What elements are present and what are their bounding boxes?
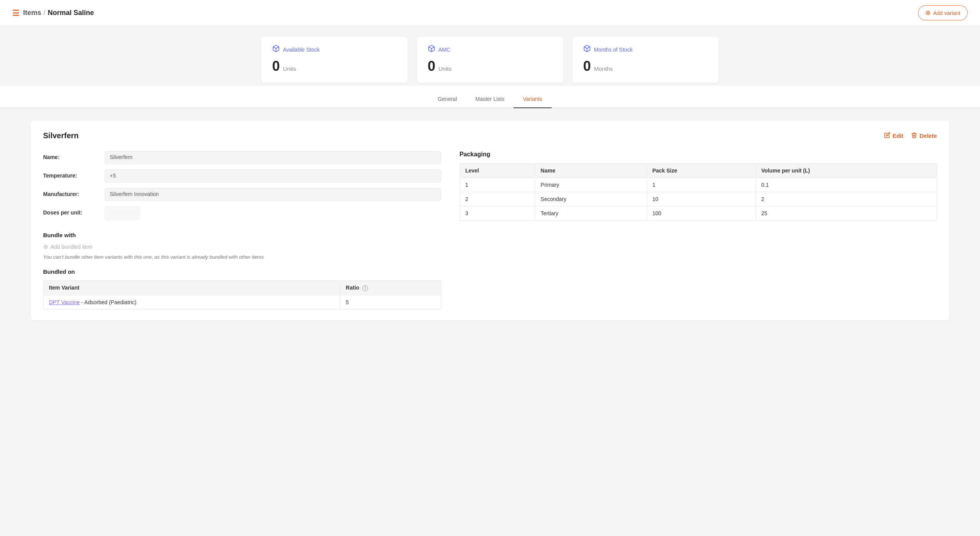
bundled-on-table: Item Variant Ratio i DPT Vaccine — [43, 280, 441, 310]
breadcrumb-items-link[interactable]: Items — [23, 9, 41, 17]
variant-actions: Edit Delete — [884, 132, 937, 139]
field-temperature-row: Temperature: +5 — [43, 169, 441, 183]
months-of-stock-unit: Months — [594, 65, 613, 72]
add-bundled-label: Add bundled item — [50, 244, 92, 250]
tab-variants[interactable]: Variants — [513, 92, 551, 108]
bundled-item-variant-cell: DPT Vaccine - Adsorbed (Paediatric) — [43, 295, 340, 309]
ratio-info-icon: i — [362, 285, 368, 291]
bundled-table-header-row: Item Variant Ratio i — [43, 281, 441, 295]
bundled-on-title: Bundled on — [43, 268, 441, 275]
add-bundled-button: ⊕ Add bundled item — [43, 243, 441, 250]
field-name-row: Name: Silverfern — [43, 151, 441, 164]
bundled-col-item-variant: Item Variant — [43, 281, 340, 295]
breadcrumb-current-page: Normal Saline — [48, 9, 94, 17]
name-value: Silverfern — [105, 151, 441, 164]
plus-circle-disabled-icon: ⊕ — [43, 243, 48, 250]
months-of-stock-value: 0 — [583, 58, 591, 74]
variant-left: Name: Silverfern Temperature: +5 Manufac… — [43, 151, 441, 310]
packaging-table: Level Name Pack Size Volume per unit (L)… — [460, 163, 937, 221]
bundled-table-row: DPT Vaccine - Adsorbed (Paediatric) 5 — [43, 295, 441, 309]
doses-value — [105, 206, 139, 219]
packaging-title: Packaging — [460, 151, 937, 158]
pack-level-2: 2 — [460, 192, 535, 206]
variant-section: Silverfern Edit Delete — [31, 121, 949, 320]
pack-col-name: Name — [535, 164, 647, 178]
top-header: ☰ Items / Normal Saline ⊕ Add variant — [0, 0, 980, 26]
edit-label: Edit — [893, 132, 903, 139]
packaging-row-1: 1 Primary 1 0.1 — [460, 178, 937, 192]
available-stock-value-row: 0 Units — [272, 58, 397, 74]
name-label: Name: — [43, 151, 105, 160]
months-of-stock-icon — [583, 45, 591, 54]
tabs-section: General Master Lists Variants — [0, 86, 980, 108]
pack-volume-3: 25 — [756, 206, 937, 221]
pack-size-1: 1 — [647, 178, 756, 192]
available-stock-icon — [272, 45, 280, 54]
pack-size-3: 100 — [647, 206, 756, 221]
available-stock-unit: Units — [283, 65, 296, 72]
months-of-stock-value-row: 0 Months — [583, 58, 708, 74]
stat-card-months-of-stock: Months of Stock 0 Months — [572, 37, 719, 83]
bundled-col-ratio: Ratio i — [340, 281, 441, 295]
pack-volume-2: 2 — [756, 192, 937, 206]
months-of-stock-label: Months of Stock — [594, 47, 632, 53]
available-stock-label: Available Stock — [283, 47, 319, 53]
pack-name-3: Tertiary — [535, 206, 647, 221]
amc-value: 0 — [428, 58, 435, 74]
main-content: Silverfern Edit Delete — [0, 108, 980, 536]
menu-icon: ☰ — [12, 8, 19, 18]
bundled-item-suffix: - Adsorbed (Paediatric) — [81, 299, 136, 305]
pack-volume-1: 0.1 — [756, 178, 937, 192]
delete-button[interactable]: Delete — [911, 132, 937, 139]
pack-col-volume: Volume per unit (L) — [756, 164, 937, 178]
delete-label: Delete — [920, 132, 937, 139]
variant-body: Name: Silverfern Temperature: +5 Manufac… — [43, 151, 937, 310]
add-variant-label: Add variant — [933, 10, 960, 16]
bundle-with-section: Bundle with ⊕ Add bundled item You can't… — [43, 232, 441, 260]
variant-right: Packaging Level Name Pack Size Volume pe… — [460, 151, 937, 310]
manufacturer-value: Silverfern Innovation — [105, 188, 441, 201]
breadcrumb-separator: / — [43, 9, 45, 17]
delete-icon — [911, 132, 917, 139]
pack-level-3: 3 — [460, 206, 535, 221]
bundle-with-title: Bundle with — [43, 232, 441, 238]
stats-section: Available Stock 0 Units AMC 0 Units Mont… — [0, 26, 980, 83]
bundled-on-section: Bundled on Item Variant Ratio i — [43, 268, 441, 310]
field-manufacturer-row: Manufacturer: Silverfern Innovation — [43, 188, 441, 201]
bundle-note: You can't bundle other item variants wit… — [43, 254, 441, 260]
doses-label: Doses per unit: — [43, 206, 105, 216]
breadcrumb: ☰ Items / Normal Saline — [12, 8, 94, 18]
stat-card-months-header: Months of Stock — [583, 45, 708, 54]
pack-name-2: Secondary — [535, 192, 647, 206]
manufacturer-label: Manufacturer: — [43, 188, 105, 197]
temperature-value: +5 — [105, 169, 441, 183]
tab-master-lists[interactable]: Master Lists — [466, 92, 513, 108]
pack-col-pack-size: Pack Size — [647, 164, 756, 178]
amc-label: AMC — [438, 47, 450, 53]
packaging-header-row: Level Name Pack Size Volume per unit (L) — [460, 164, 937, 178]
stats-bottom-divider — [0, 83, 980, 86]
temperature-label: Temperature: — [43, 169, 105, 179]
variant-title: Silverfern — [43, 131, 79, 140]
edit-icon — [884, 132, 890, 139]
stat-card-amc-header: AMC — [428, 45, 552, 54]
variant-header: Silverfern Edit Delete — [43, 131, 937, 140]
add-variant-button[interactable]: ⊕ Add variant — [918, 5, 968, 20]
packaging-row-3: 3 Tertiary 100 25 — [460, 206, 937, 221]
edit-button[interactable]: Edit — [884, 132, 903, 139]
pack-size-2: 10 — [647, 192, 756, 206]
amc-unit: Units — [438, 65, 452, 72]
tab-general[interactable]: General — [428, 92, 466, 108]
pack-col-level: Level — [460, 164, 535, 178]
field-doses-row: Doses per unit: — [43, 206, 441, 219]
amc-value-row: 0 Units — [428, 58, 552, 74]
stat-card-header: Available Stock — [272, 45, 397, 54]
packaging-row-2: 2 Secondary 10 2 — [460, 192, 937, 206]
bundled-ratio-cell: 5 — [340, 295, 441, 309]
dpt-vaccine-link[interactable]: DPT Vaccine — [49, 299, 80, 305]
stat-card-available-stock: Available Stock 0 Units — [261, 37, 408, 83]
plus-circle-icon: ⊕ — [925, 9, 931, 17]
amc-icon — [428, 45, 435, 54]
available-stock-value: 0 — [272, 58, 280, 74]
pack-level-1: 1 — [460, 178, 535, 192]
